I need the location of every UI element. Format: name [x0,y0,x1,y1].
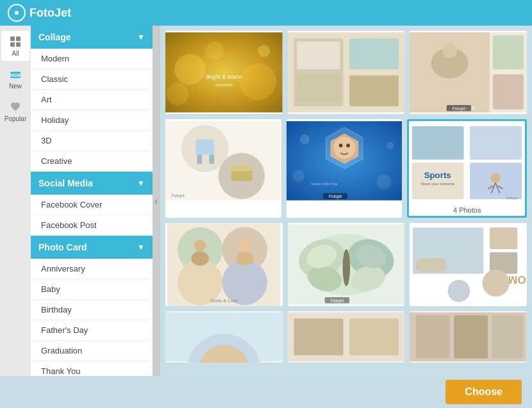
svg-rect-23 [493,74,524,110]
svg-rect-34 [209,154,214,163]
svg-rect-17 [349,76,399,106]
content-area: Bright & Warm moments [160,26,532,376]
svg-text:Bright & Warm: Bright & Warm [206,74,242,80]
nav-new-label: New [9,83,22,90]
cat-social-media-label: Social Media [38,178,93,188]
svg-rect-88 [490,227,517,249]
card-row-4 [165,311,527,363]
cat-photo-card-label: Photo Card [38,242,87,252]
sidebar-item-creative[interactable]: Creative [31,151,153,172]
cat-collage[interactable]: Collage ▼ [31,26,153,49]
left-nav: All NEW New Popular [0,26,31,376]
cat-collage-label: Collage [38,32,71,42]
app-name: FotoJet [29,6,71,20]
svg-text:moments: moments [215,83,233,87]
nav-all[interactable]: All [1,31,29,61]
heart-icon [8,100,22,114]
svg-rect-33 [197,154,202,163]
svg-rect-1 [16,37,21,41]
svg-rect-36 [231,167,253,172]
card-circles-chairs[interactable]: Fotojet [165,119,281,218]
card-teal-interior[interactable] [288,31,405,114]
svg-text:NEW: NEW [10,73,21,78]
sidebar-item-thank-you[interactable]: Thank You [31,361,153,376]
logo-icon [8,4,26,22]
main-layout: All NEW New Popular Collage ▼ [0,26,532,376]
svg-point-69 [194,240,206,252]
card-portrait-bottom[interactable] [410,311,527,363]
svg-point-71 [239,240,251,252]
sidebar-scroll-indicator[interactable] [153,26,160,376]
sidebar-item-holiday[interactable]: Holiday [31,110,153,131]
sidebar-item-modern[interactable]: Modern [31,49,153,69]
svg-rect-97 [294,318,343,355]
sidebar-item-art[interactable]: Art [31,90,153,110]
svg-text:Share your moments: Share your moments [421,182,455,186]
svg-point-43 [346,143,350,147]
svg-rect-100 [416,315,450,358]
svg-text:Fotojet: Fotojet [329,194,342,199]
svg-point-7 [174,54,205,85]
svg-text:Fotojet: Fotojet [506,196,518,200]
card-sports-label: 4 Photos [409,204,525,216]
nav-new[interactable]: NEW New [1,63,29,94]
svg-rect-53 [470,126,522,159]
svg-point-46 [387,142,394,149]
card-blue-baby[interactable]: Sweet Little One Fotojet [287,119,403,218]
svg-rect-22 [493,35,524,69]
sidebar-item-facebook-post[interactable]: Facebook Post [31,215,153,236]
card-beach-bottom[interactable] [165,311,283,363]
choose-button[interactable]: Choose [445,380,522,404]
card-home-bathroom[interactable]: HOME [410,223,527,306]
collage-arrow-icon: ▼ [137,33,145,42]
nav-popular[interactable]: Popular [1,96,29,126]
svg-point-47 [292,170,304,182]
card-couple-bottom[interactable] [288,311,405,363]
card-circles-people[interactable]: Smile & Love [165,223,283,306]
grid-icon [8,35,22,49]
svg-point-11 [167,83,189,105]
sidebar: Collage ▼ Modern Classic Art Holiday 3D … [31,26,153,376]
svg-rect-19 [297,74,340,102]
cat-social-media[interactable]: Social Media ▼ [31,172,153,195]
svg-rect-2 [10,42,15,47]
svg-point-82 [342,249,350,286]
svg-point-41 [333,137,355,159]
svg-point-25 [442,44,457,58]
card-row-2: Fotojet [165,119,527,218]
svg-point-91 [483,270,510,297]
nav-all-label: All [12,50,19,57]
svg-text:Sweet Little One: Sweet Little One [311,182,338,186]
svg-rect-18 [297,42,340,69]
cat-photo-card[interactable]: Photo Card ▼ [31,236,153,259]
card-gold-bokeh[interactable]: Bright & Warm moments [165,31,283,114]
svg-text:Fotojet: Fotojet [330,298,344,304]
card-sports[interactable]: Sports Share your moments Fotojet 4 Phot… [407,119,527,218]
sidebar-item-graduation[interactable]: Graduation [31,341,153,361]
svg-rect-54 [412,163,464,199]
svg-rect-32 [196,140,215,155]
svg-rect-102 [492,315,523,358]
svg-text:Smile & Love: Smile & Love [210,298,238,304]
new-badge-icon: NEW [8,67,22,81]
svg-rect-101 [454,315,488,358]
svg-text:Sports: Sports [424,170,451,180]
sidebar-item-facebook-cover[interactable]: Facebook Cover [31,195,153,215]
card-butterfly-map[interactable]: Fotojet [288,223,405,306]
app-header: FotoJet [0,0,532,26]
svg-point-58 [491,173,501,183]
card-people-collage[interactable]: Fotojet Fotojet [410,31,527,114]
sidebar-item-anniversary[interactable]: Anniversary [31,259,153,279]
svg-rect-3 [16,42,21,47]
svg-rect-52 [412,126,464,159]
sidebar-item-3d[interactable]: 3D [31,131,153,151]
svg-point-10 [258,45,270,57]
sidebar-item-birthday[interactable]: Birthday [31,300,153,320]
svg-rect-16 [349,38,399,69]
sidebar-item-baby[interactable]: Baby [31,279,153,300]
svg-text:Fotojet: Fotojet [172,193,185,199]
svg-point-8 [205,42,224,60]
sidebar-item-fathers-day[interactable]: Father's Day [31,320,153,341]
photo-card-arrow-icon: ▼ [137,243,145,252]
sidebar-item-classic[interactable]: Classic [31,69,153,90]
